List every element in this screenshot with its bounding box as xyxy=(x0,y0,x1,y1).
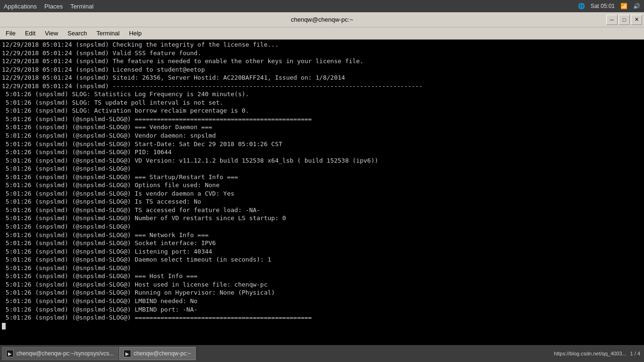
maximize-button[interactable]: □ xyxy=(619,15,630,25)
taskbar-url: https://blog.csdn.net/qq_4003... xyxy=(554,351,627,356)
terminal-window: chenqw@chenqw-pc:~ ─ □ ✕ File Edit View … xyxy=(0,12,644,362)
cursor xyxy=(2,323,6,329)
menu-file[interactable]: File xyxy=(2,29,19,38)
taskbar-icon-home: ▶ xyxy=(124,350,131,357)
taskbar-page-info: 1 / 4 xyxy=(630,351,640,356)
taskbar-label-vcs: chenqw@chenqw-pc:~/synopsys/vcs... xyxy=(17,350,114,357)
globe-icon: 🌐 xyxy=(578,3,585,9)
menu-bar: File Edit View Search Terminal Help xyxy=(0,27,644,40)
taskbar-right: https://blog.csdn.net/qq_4003... 1 / 4 xyxy=(554,351,642,356)
volume-icon: 🔊 xyxy=(633,3,640,9)
taskbar-label-home: chenqw@chenqw-pc:~ xyxy=(134,350,191,357)
menu-help[interactable]: Help xyxy=(125,29,146,38)
minimize-button[interactable]: ─ xyxy=(606,15,618,25)
terminal-output[interactable]: 12/29/2018 05:01:24 (snpslmd) Checking t… xyxy=(0,40,644,362)
taskbar-icon-vcs: ▶ xyxy=(6,350,14,357)
menu-edit[interactable]: Edit xyxy=(21,29,39,38)
taskbar-item-home[interactable]: ▶ chenqw@chenqw-pc:~ xyxy=(119,347,196,360)
system-bar-left: Applications Places Terminal xyxy=(4,3,93,10)
window-controls: ─ □ ✕ xyxy=(606,15,642,25)
apps-menu[interactable]: Applications xyxy=(4,3,37,10)
system-bar-right: 🌐 Sat 05:01 📶 🔊 xyxy=(578,3,640,9)
wifi-icon: 📶 xyxy=(620,3,627,9)
taskbar-item-vcs[interactable]: ▶ chenqw@chenqw-pc:~/synopsys/vcs... xyxy=(2,347,118,360)
menu-terminal[interactable]: Terminal xyxy=(93,29,124,38)
menu-view[interactable]: View xyxy=(41,29,62,38)
terminal-menu[interactable]: Terminal xyxy=(70,3,93,10)
clock: Sat 05:01 xyxy=(591,3,615,9)
window-title: chenqw@chenqw-pc:~ xyxy=(38,16,606,23)
menu-search[interactable]: Search xyxy=(64,29,91,38)
system-bar: Applications Places Terminal 🌐 Sat 05:01… xyxy=(0,0,644,12)
title-bar: chenqw@chenqw-pc:~ ─ □ ✕ xyxy=(0,12,644,27)
places-menu[interactable]: Places xyxy=(44,3,63,10)
taskbar: ▶ chenqw@chenqw-pc:~/synopsys/vcs... ▶ c… xyxy=(0,345,644,362)
close-button[interactable]: ✕ xyxy=(631,15,642,25)
